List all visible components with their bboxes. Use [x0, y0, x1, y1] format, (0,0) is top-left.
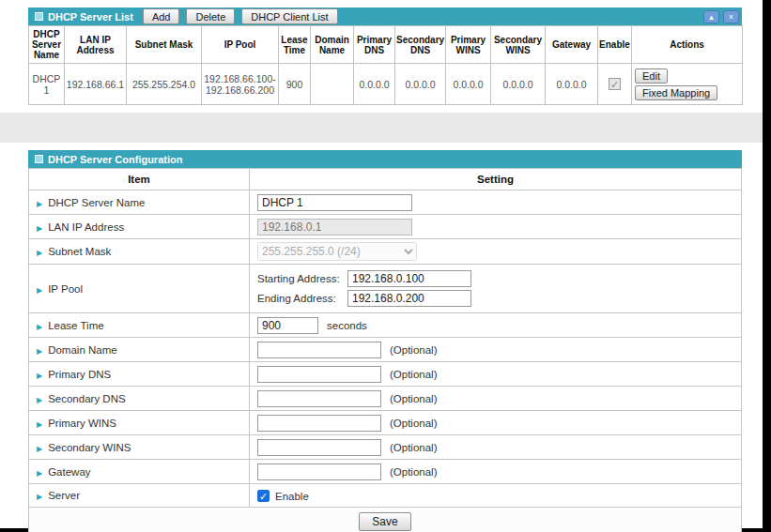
item-label: LAN IP Address [48, 221, 124, 233]
delete-button[interactable]: Delete [186, 8, 235, 24]
cell-enable: ✓ [598, 64, 632, 105]
ending-address-input[interactable] [347, 290, 471, 307]
cell-domain-name [311, 64, 354, 105]
item-arrow-icon: ▶ [37, 286, 42, 295]
optional-hint: (Optional) [390, 442, 438, 453]
table-row: DHCP 1 192.168.66.1 255.255.254.0 192.16… [29, 64, 743, 105]
dhcp-server-list-header: DHCP Server List Add Delete DHCP Client … [28, 8, 742, 25]
row-primary-wins: ▶Primary WINS (Optional) [29, 411, 742, 435]
row-ip-pool: ▶IP Pool Starting Address: Ending Addres… [29, 265, 742, 313]
page: DHCP Server List Add Delete DHCP Client … [0, 0, 763, 528]
add-button[interactable]: Add [143, 8, 180, 24]
col-header-secondary-wins: Secondary WINS [491, 26, 546, 64]
optional-hint: (Optional) [390, 466, 438, 478]
cell-lan-ip: 192.168.66.1 [65, 64, 127, 105]
item-label: Primary WINS [48, 418, 116, 429]
dhcp-server-list-table: DHCP Server Name LAN IP Address Subnet M… [28, 25, 743, 105]
item-label: Server [48, 490, 80, 501]
panel-icon [35, 12, 43, 21]
item-arrow-icon: ▶ [37, 396, 42, 404]
col-header-setting: Setting [250, 169, 742, 190]
save-button[interactable]: Save [359, 512, 410, 531]
lan-ip-address-input [257, 219, 412, 236]
edit-button[interactable]: Edit [635, 68, 668, 84]
row-domain-name: ▶Domain Name (Optional) [29, 338, 742, 362]
item-arrow-icon: ▶ [37, 224, 42, 233]
starting-address-label: Starting Address: [257, 273, 347, 284]
col-header-dhcp-server-name: DHCP Server Name [29, 26, 65, 64]
optional-hint: (Optional) [390, 369, 438, 380]
col-header-gateway: Gateway [546, 26, 598, 64]
col-header-item: Item [29, 169, 250, 190]
dhcp-server-configuration-title: DHCP Server Configuration [48, 154, 182, 165]
optional-hint: (Optional) [390, 344, 438, 356]
collapse-icon[interactable]: ▴ [703, 10, 719, 23]
item-arrow-icon: ▶ [37, 372, 42, 380]
row-primary-dns: ▶Primary DNS (Optional) [29, 362, 742, 387]
row-lease-time: ▶Lease Time seconds [29, 313, 742, 338]
primary-wins-input[interactable] [257, 415, 381, 432]
dhcp-server-configuration-table: Item Setting ▶DHCP Server Name ▶LAN IP A… [28, 168, 742, 508]
server-enable-checkbox[interactable]: ✓ [257, 490, 270, 502]
item-label: DHCP Server Name [48, 197, 145, 208]
subnet-mask-select: 255.255.255.0 (/24) [257, 242, 417, 261]
col-header-lease-time: Lease Time [279, 26, 311, 64]
dhcp-server-list-title: DHCP Server List [48, 11, 133, 23]
secondary-wins-input[interactable] [257, 439, 381, 456]
panel-icon [35, 155, 43, 163]
item-label: Domain Name [48, 344, 117, 356]
item-label: Subnet Mask [48, 246, 111, 257]
cell-secondary-wins: 0.0.0.0 [491, 64, 546, 105]
item-arrow-icon: ▶ [37, 347, 42, 356]
item-arrow-icon: ▶ [37, 323, 42, 331]
item-arrow-icon: ▶ [37, 249, 42, 257]
section-gap [0, 113, 763, 143]
item-arrow-icon: ▶ [37, 493, 42, 501]
item-label: Gateway [48, 466, 90, 478]
optional-hint: (Optional) [390, 418, 438, 429]
row-server: ▶Server ✓Enable [29, 484, 742, 508]
dhcp-server-list-panel: DHCP Server List Add Delete DHCP Client … [28, 8, 742, 105]
row-enable-checkbox: ✓ [609, 78, 621, 90]
server-enable-label: Enable [275, 491, 309, 502]
col-header-lan-ip-address: LAN IP Address [65, 26, 127, 64]
row-subnet-mask: ▶Subnet Mask 255.255.255.0 (/24) [29, 239, 742, 265]
item-label: Primary DNS [48, 369, 111, 380]
config-header-row: Item Setting [29, 169, 742, 190]
col-header-primary-wins: Primary WINS [446, 26, 491, 64]
close-icon[interactable]: × [723, 10, 739, 23]
gateway-input[interactable] [257, 464, 381, 480]
item-label: Secondary WINS [48, 442, 131, 453]
item-arrow-icon: ▶ [37, 420, 42, 429]
primary-dns-input[interactable] [257, 366, 381, 383]
item-label: IP Pool [48, 283, 83, 295]
cell-server-name: DHCP 1 [29, 64, 65, 105]
lease-time-unit: seconds [327, 320, 367, 331]
starting-address-input[interactable] [347, 270, 471, 287]
domain-name-input[interactable] [257, 342, 381, 358]
item-arrow-icon: ▶ [37, 469, 42, 478]
row-dhcp-server-name: ▶DHCP Server Name [29, 190, 742, 215]
item-arrow-icon: ▶ [37, 200, 42, 208]
cell-actions: Edit Fixed Mapping [632, 64, 743, 105]
col-header-ip-pool: IP Pool [202, 26, 279, 64]
config-footer: Save [28, 508, 742, 532]
cell-primary-wins: 0.0.0.0 [446, 64, 491, 105]
col-header-domain-name: Domain Name [311, 26, 354, 64]
list-header-row: DHCP Server Name LAN IP Address Subnet M… [29, 26, 743, 64]
col-header-actions: Actions [632, 26, 743, 64]
lease-time-input[interactable] [257, 317, 318, 334]
optional-hint: (Optional) [390, 393, 438, 404]
dhcp-server-configuration-header: DHCP Server Configuration [28, 150, 742, 168]
dhcp-server-configuration-panel: DHCP Server Configuration Item Setting ▶… [28, 150, 742, 532]
cell-gateway: 0.0.0.0 [546, 64, 598, 105]
dhcp-server-name-input[interactable] [257, 194, 412, 211]
fixed-mapping-button[interactable]: Fixed Mapping [635, 85, 717, 100]
row-lan-ip-address: ▶LAN IP Address [29, 215, 742, 239]
col-header-primary-dns: Primary DNS [354, 26, 395, 64]
dhcp-client-list-button[interactable]: DHCP Client List [241, 8, 337, 24]
row-gateway: ▶Gateway (Optional) [29, 460, 742, 484]
col-header-secondary-dns: Secondary DNS [395, 26, 446, 64]
item-label: Lease Time [48, 320, 103, 331]
secondary-dns-input[interactable] [257, 390, 381, 407]
